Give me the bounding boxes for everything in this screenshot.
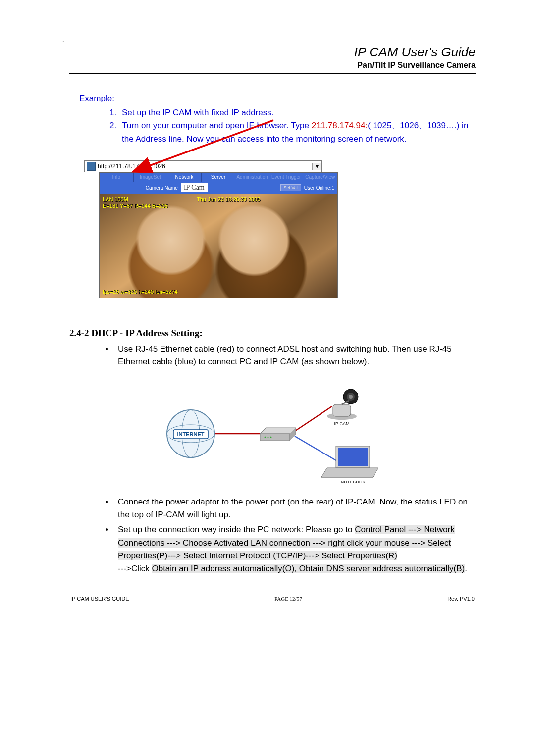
tab-imageset[interactable]: ImageSet [134, 173, 168, 182]
svg-point-15 [349, 395, 353, 399]
svg-point-10 [270, 436, 272, 438]
bullet-2: Connect the power adaptor to the power p… [114, 496, 476, 522]
example-item-2: Turn on your computer and open IE browse… [119, 119, 476, 146]
document-page: ` IP CAM User's Guide Pan/Tilt IP Survei… [0, 0, 535, 621]
address-input[interactable]: http://211.78.174.94:1026 [98, 163, 312, 170]
path-highlight-2: Obtain an IP address automatically(O), O… [152, 564, 465, 573]
footer-right: Rev. PV1.0 [447, 596, 475, 602]
camera-viewport: LAN 100M Thu Jun 23 16:26:39 2005 E=131 … [100, 194, 337, 298]
ip-address-text: 211.78.174.94: [312, 121, 368, 130]
users-online-label: User Online:1 [304, 185, 334, 191]
ipcam-web-ui: Info ImageSet Network Server Administrat… [99, 172, 338, 298]
network-diagram: INTERNET IP CAM [154, 377, 391, 488]
example-list: Set up the IP CAM with fixed IP address.… [99, 106, 476, 146]
camera-overlay-top: LAN 100M Thu Jun 23 16:26:39 2005 E=131 … [103, 196, 168, 210]
section-heading: 2.4-2 DHCP - IP Address Setting: [69, 328, 476, 339]
svg-point-8 [265, 436, 266, 438]
svg-point-9 [268, 436, 269, 438]
example-label: Example: [79, 94, 476, 103]
dhcp-bullet-list-2: Connect the power adaptor to the power p… [99, 496, 476, 576]
footer-left: IP CAM USER'S GUIDE [70, 596, 129, 602]
address-bar-screenshot: http://211.78.174.94:1026 ▾ Info ImageSe… [84, 160, 322, 298]
footer-center: PAGE 12/57 [274, 596, 302, 602]
svg-rect-12 [333, 404, 351, 416]
diagram-notebook-label: NOTEBOOK [341, 480, 366, 484]
bullet-3: Set up the connection way inside the PC … [114, 523, 476, 575]
diagram-ipcam-label: IP CAM [334, 421, 350, 426]
camera-name-label: Camera Name [146, 185, 178, 191]
camera-overlay-bottom: fps=29 w=320 h=240 len=6274 [103, 289, 178, 295]
header-divider [69, 73, 476, 74]
tab-admin[interactable]: Administration [235, 173, 269, 182]
page-header: IP CAM User's Guide Pan/Tilt IP Surveill… [69, 45, 476, 70]
cam-toolbar: Camera Name IP Cam Set Val User Online:1 [100, 182, 337, 194]
set-val-button[interactable]: Set Val [280, 184, 301, 191]
camera-name-input[interactable]: IP Cam [181, 183, 208, 192]
dhcp-bullet-list: Use RJ-45 Ethernet cable (red) to connec… [99, 343, 476, 369]
svg-line-3 [295, 436, 337, 461]
stray-mark: ` [62, 40, 64, 48]
tab-event[interactable]: Event Trigger [269, 173, 304, 182]
page-footer: IP CAM USER'S GUIDE PAGE 12/57 Rev. PV1.… [69, 596, 476, 602]
doc-title: IP CAM User's Guide [69, 45, 476, 60]
bullet-1: Use RJ-45 Ethernet cable (red) to connec… [114, 343, 476, 369]
cam-tab-bar: Info ImageSet Network Server Administrat… [100, 173, 337, 182]
tab-info[interactable]: Info [100, 173, 134, 182]
tab-capture[interactable]: Capture/View [303, 173, 337, 182]
tab-server[interactable]: Server [202, 173, 236, 182]
address-dropdown-icon[interactable]: ▾ [312, 163, 321, 170]
svg-line-2 [295, 406, 332, 431]
address-bar: http://211.78.174.94:1026 ▾ [84, 160, 322, 172]
doc-subtitle: Pan/Tilt IP Surveillance Camera [69, 61, 476, 70]
tab-network[interactable]: Network [167, 173, 202, 182]
ie-page-icon [87, 162, 96, 171]
diagram-internet-label: INTERNET [177, 431, 205, 437]
example-item-1: Set up the IP CAM with fixed IP address. [119, 106, 476, 119]
